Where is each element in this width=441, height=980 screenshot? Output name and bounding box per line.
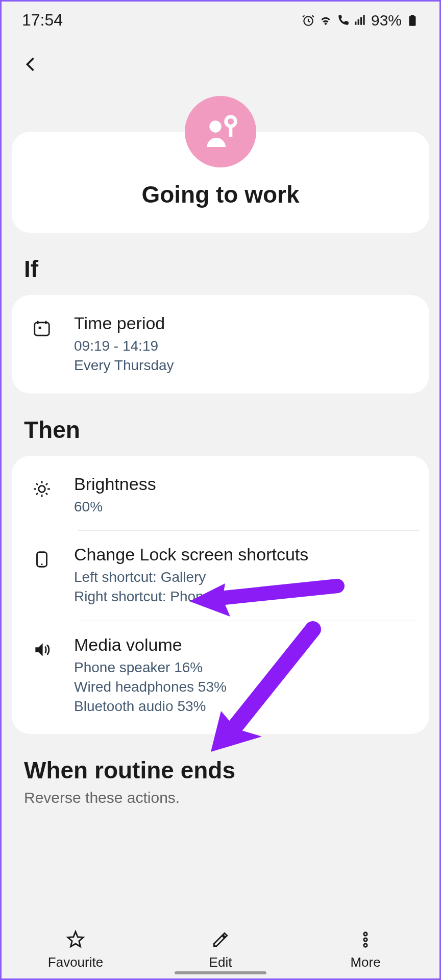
commute-icon — [200, 111, 241, 152]
item-detail: Right shortcut: Phone — [74, 587, 413, 606]
signal-icon — [354, 14, 367, 27]
condition-time-period[interactable]: Time period 09:19 - 14:19 Every Thursday — [12, 299, 429, 389]
item-detail: Every Thursday — [74, 356, 413, 375]
bottom-label: Favourite — [48, 954, 103, 970]
svg-point-10 — [364, 933, 367, 936]
section-then-label: Then — [2, 394, 439, 456]
back-button[interactable] — [22, 55, 419, 76]
action-media-volume[interactable]: Media volume Phone speaker 16% Wired hea… — [12, 621, 429, 730]
ends-section: When routine ends Reverse these actions. — [2, 734, 439, 819]
bottom-label: Edit — [209, 954, 232, 970]
pencil-icon — [211, 930, 230, 949]
item-title: Media volume — [74, 635, 413, 655]
item-detail: Wired headphones 53% — [74, 677, 413, 697]
svg-point-7 — [39, 485, 45, 492]
battery-text: 93% — [371, 12, 402, 29]
item-detail: Left shortcut: Gallery — [74, 568, 413, 587]
status-icons: 93% — [302, 12, 419, 29]
phone-icon — [28, 550, 56, 569]
svg-rect-2 — [411, 15, 414, 16]
bottom-toolbar: Favourite Edit More — [3, 916, 438, 978]
wifi-icon — [319, 14, 332, 27]
item-detail: 09:19 - 14:19 — [74, 336, 413, 356]
item-detail: 60% — [74, 497, 413, 517]
item-detail: Bluetooth audio 53% — [74, 697, 413, 716]
alarm-icon — [302, 14, 315, 27]
routine-header-card[interactable]: Going to work — [12, 132, 429, 233]
volume-icon — [28, 640, 56, 659]
svg-point-3 — [209, 120, 221, 132]
star-icon — [66, 930, 85, 949]
more-vertical-icon — [356, 930, 375, 949]
routine-icon — [185, 96, 256, 167]
ends-subtitle: Reverse these actions. — [24, 789, 417, 806]
edit-button[interactable]: Edit — [175, 930, 266, 970]
brightness-icon — [28, 479, 56, 499]
then-card: Brightness 60% Change Lock screen shortc… — [12, 456, 429, 734]
if-card: Time period 09:19 - 14:19 Every Thursday — [12, 295, 429, 394]
ends-title: When routine ends — [24, 756, 417, 784]
item-detail: Phone speaker 16% — [74, 658, 413, 677]
action-lock-shortcuts[interactable]: Change Lock screen shortcuts Left shortc… — [12, 530, 429, 621]
svg-rect-1 — [409, 16, 416, 26]
section-if-label: If — [2, 233, 439, 295]
item-title: Brightness — [74, 474, 413, 494]
svg-point-12 — [364, 944, 367, 947]
battery-icon — [406, 14, 419, 27]
svg-point-4 — [226, 117, 236, 127]
more-button[interactable]: More — [320, 930, 411, 970]
svg-point-11 — [364, 938, 367, 941]
svg-rect-6 — [35, 323, 50, 335]
svg-point-9 — [41, 564, 42, 565]
item-title: Change Lock screen shortcuts — [74, 545, 413, 565]
calendar-icon — [28, 318, 56, 338]
favourite-button[interactable]: Favourite — [30, 930, 121, 970]
bottom-label: More — [350, 954, 380, 970]
routine-title: Going to work — [22, 181, 419, 208]
action-brightness[interactable]: Brightness 60% — [12, 460, 429, 531]
status-time: 17:54 — [22, 11, 63, 30]
home-indicator[interactable] — [175, 971, 266, 974]
status-bar: 17:54 93% — [2, 2, 439, 35]
item-title: Time period — [74, 313, 413, 333]
wifi-calling-icon — [336, 14, 350, 27]
